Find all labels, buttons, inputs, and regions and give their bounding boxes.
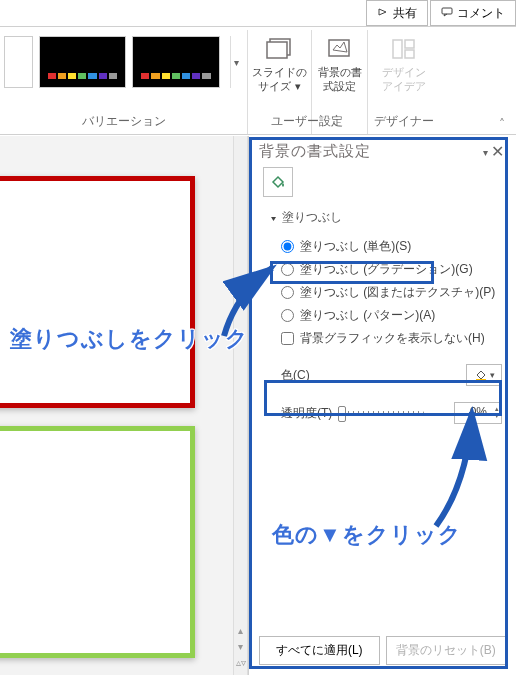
variation-thumb[interactable] bbox=[132, 36, 220, 88]
format-background-pane: 背景の書式設定 ✕ 塗りつぶし 塗りつぶし (単色)(S) 塗りつぶし (グラデ… bbox=[248, 136, 516, 675]
design-ideas-button: デザイン アイデア デザイナー bbox=[367, 30, 439, 134]
transparency-slider[interactable] bbox=[338, 411, 424, 415]
color-label: 色(C) bbox=[281, 367, 310, 384]
comment-label: コメント bbox=[457, 5, 505, 22]
svg-rect-2 bbox=[267, 42, 287, 58]
slide-preview[interactable] bbox=[0, 176, 195, 408]
share-button[interactable]: 共有 bbox=[366, 0, 428, 26]
transparency-label: 透明度(T) bbox=[281, 405, 332, 422]
svg-rect-6 bbox=[405, 50, 414, 58]
transparency-input[interactable]: 0% bbox=[454, 402, 502, 424]
comment-button[interactable]: コメント bbox=[430, 0, 516, 26]
design-ideas-icon bbox=[389, 36, 419, 62]
collapse-ribbon-button[interactable]: ˄ bbox=[494, 116, 510, 132]
fill-tab-icon[interactable] bbox=[263, 167, 293, 197]
variations-more-button[interactable] bbox=[230, 36, 243, 88]
designer-group-label: デザイナー bbox=[368, 113, 439, 130]
hide-bg-graphics-checkbox[interactable]: 背景グラフィックを表示しない(H) bbox=[281, 327, 502, 350]
fill-pattern-radio[interactable]: 塗りつぶし (パターン)(A) bbox=[281, 304, 502, 327]
design-ideas-label: デザイン アイデア bbox=[368, 66, 439, 94]
svg-rect-4 bbox=[393, 40, 402, 58]
share-label: 共有 bbox=[393, 5, 417, 22]
pane-title: 背景の書式設定 bbox=[259, 142, 479, 161]
slide-canvas-area bbox=[0, 136, 233, 675]
format-background-icon bbox=[325, 36, 355, 62]
vertical-scrollbar[interactable]: ▴ ▾ ▵▿ bbox=[233, 136, 248, 675]
ribbon: バリエーション スライドの サイズ ▾ 背景の書 式設定 ユーザー設定 デザイン… bbox=[0, 30, 516, 135]
pane-close-button[interactable]: ✕ bbox=[488, 142, 506, 161]
variation-thumb[interactable] bbox=[39, 36, 127, 88]
variations-group-label: バリエーション bbox=[82, 113, 166, 130]
svg-rect-5 bbox=[405, 40, 414, 48]
fill-solid-radio[interactable]: 塗りつぶし (単色)(S) bbox=[281, 235, 502, 258]
pane-options-dropdown[interactable] bbox=[479, 145, 488, 159]
svg-rect-0 bbox=[442, 8, 452, 14]
variations-gallery[interactable]: バリエーション bbox=[0, 30, 247, 134]
slide-size-button[interactable]: スライドの サイズ ▾ bbox=[247, 30, 311, 134]
slide-size-icon bbox=[265, 36, 295, 62]
paint-bucket-icon bbox=[269, 173, 287, 191]
paint-bucket-icon bbox=[474, 368, 488, 382]
format-background-label: 背景の書 式設定 bbox=[312, 66, 367, 94]
fill-gradient-radio[interactable]: 塗りつぶし (グラデーション)(G) bbox=[281, 258, 502, 281]
apply-all-button[interactable]: すべてに適用(L) bbox=[259, 636, 380, 665]
fill-section-header[interactable]: 塗りつぶし bbox=[249, 205, 516, 231]
variation-thumb[interactable] bbox=[4, 36, 33, 88]
comment-icon bbox=[441, 6, 453, 21]
slide-size-label: スライドの サイズ ▾ bbox=[248, 66, 311, 94]
fill-picture-radio[interactable]: 塗りつぶし (図またはテクスチャ)(P) bbox=[281, 281, 502, 304]
color-picker-button[interactable] bbox=[466, 364, 502, 386]
share-icon bbox=[377, 6, 389, 21]
slide-preview[interactable] bbox=[0, 426, 195, 658]
svg-rect-7 bbox=[476, 379, 486, 381]
format-background-button[interactable]: 背景の書 式設定 bbox=[311, 30, 367, 134]
reset-background-button: 背景のリセット(B) bbox=[386, 636, 507, 665]
